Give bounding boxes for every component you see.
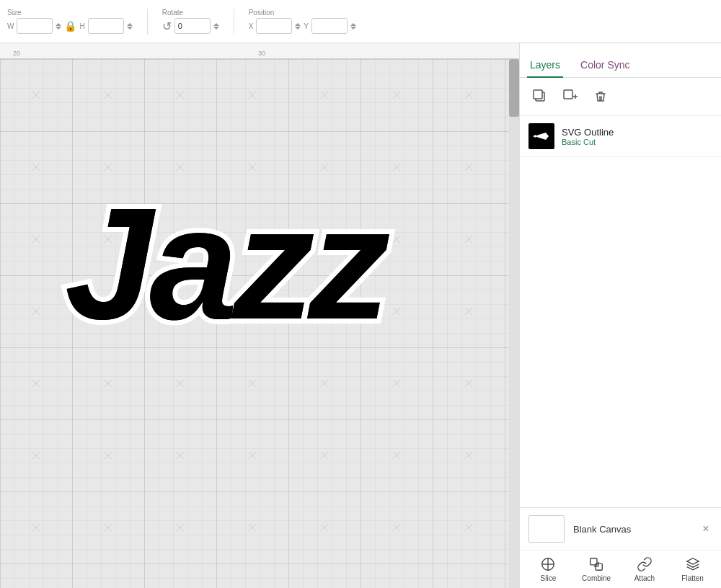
svg-text:Jazz: Jazz: [65, 175, 390, 352]
x-input[interactable]: [256, 18, 292, 34]
panel-tabs: Layers Color Sync: [520, 43, 721, 78]
duplicate-button[interactable]: [528, 85, 552, 108]
position-input-row: X Y: [249, 18, 356, 34]
divider-2: [234, 9, 234, 35]
arrow-down-icon: [127, 27, 133, 30]
add-layer-button[interactable]: [559, 85, 582, 108]
rotate-input[interactable]: [174, 18, 211, 34]
scrollbar-vertical[interactable]: [509, 59, 519, 588]
size-group: Size W 🔒 H: [7, 9, 133, 34]
y-input[interactable]: [311, 18, 348, 34]
tab-layers[interactable]: Layers: [527, 53, 563, 78]
lock-icon: 🔒: [64, 20, 76, 32]
position-group: Position X Y: [249, 9, 356, 34]
x-label: X: [249, 22, 254, 30]
scrollbar-thumb[interactable]: [509, 59, 519, 117]
blank-canvas-label: Blank Canvas: [573, 524, 691, 535]
right-panel: Layers Color Sync: [519, 43, 721, 588]
svg-rect-4: [564, 90, 572, 99]
combine-button[interactable]: Combine: [578, 556, 614, 582]
y-label: Y: [304, 22, 309, 30]
combine-label: Combine: [582, 574, 611, 582]
layer-type: Basic Cut: [562, 138, 712, 146]
delete-layer-button[interactable]: [589, 85, 612, 108]
arrow-up-icon: [127, 23, 133, 26]
position-label: Position: [249, 9, 275, 17]
main-area: 20 30: [0, 43, 721, 588]
jazz-logo: Jazz Jazz: [43, 131, 469, 362]
arrow-up-icon: [350, 23, 356, 26]
rotate-icon: ↺: [162, 19, 172, 33]
panel-toolbar: [520, 78, 721, 116]
tab-color-sync[interactable]: Color Sync: [578, 53, 632, 78]
height-input[interactable]: [88, 18, 124, 34]
rotate-group: Rotate ↺: [162, 9, 219, 34]
layer-item[interactable]: SVG Outline Basic Cut: [520, 116, 721, 157]
layer-name: SVG Outline: [562, 127, 712, 138]
slice-label: Slice: [541, 574, 557, 582]
layer-thumbnail: [528, 123, 554, 149]
flatten-label: Flatten: [681, 574, 704, 582]
slice-button[interactable]: Slice: [530, 556, 566, 582]
rotate-label: Rotate: [162, 9, 183, 17]
close-blank-canvas-button[interactable]: ×: [699, 522, 712, 535]
bottom-actions: Slice Combine A: [520, 551, 721, 588]
main-toolbar: Size W 🔒 H Rotate ↺: [0, 0, 721, 43]
w-label: W: [7, 22, 14, 30]
h-label: H: [79, 22, 84, 30]
divider-1: [147, 9, 148, 35]
arrow-down-icon: [350, 27, 356, 30]
panel-spacer: [520, 157, 721, 507]
x-stepper[interactable]: [295, 23, 301, 30]
arrow-up-icon: [56, 23, 61, 26]
ruler-tick-20: 20: [13, 50, 20, 57]
panel-bottom: Blank Canvas × Slice: [520, 507, 721, 588]
ruler-content: 20 30: [0, 43, 519, 58]
blank-canvas-row: Blank Canvas ×: [520, 508, 721, 551]
size-label: Size: [7, 9, 21, 17]
blank-canvas-thumbnail: [528, 515, 565, 543]
width-input[interactable]: [17, 18, 53, 34]
rotate-input-row: ↺: [162, 18, 219, 34]
y-stepper[interactable]: [350, 23, 356, 30]
arrow-up-icon: [295, 23, 301, 26]
ruler-horizontal: 20 30: [0, 43, 519, 59]
canvas-area[interactable]: 20 30: [0, 43, 519, 588]
flatten-button[interactable]: Flatten: [675, 556, 711, 582]
rotate-stepper[interactable]: [213, 23, 219, 30]
width-stepper[interactable]: [56, 23, 61, 30]
arrow-up-icon: [213, 23, 219, 26]
height-stepper[interactable]: [127, 23, 133, 30]
ruler-tick-30: 30: [258, 50, 265, 57]
size-input-row: W 🔒 H: [7, 18, 133, 34]
layer-info: SVG Outline Basic Cut: [562, 127, 712, 146]
canvas-grid[interactable]: Jazz Jazz: [0, 59, 509, 588]
arrow-down-icon: [213, 27, 219, 30]
svg-rect-3: [534, 90, 542, 99]
arrow-down-icon: [295, 27, 301, 30]
attach-label: Attach: [634, 574, 655, 582]
attach-button[interactable]: Attach: [627, 556, 663, 582]
arrow-down-icon: [56, 27, 61, 30]
